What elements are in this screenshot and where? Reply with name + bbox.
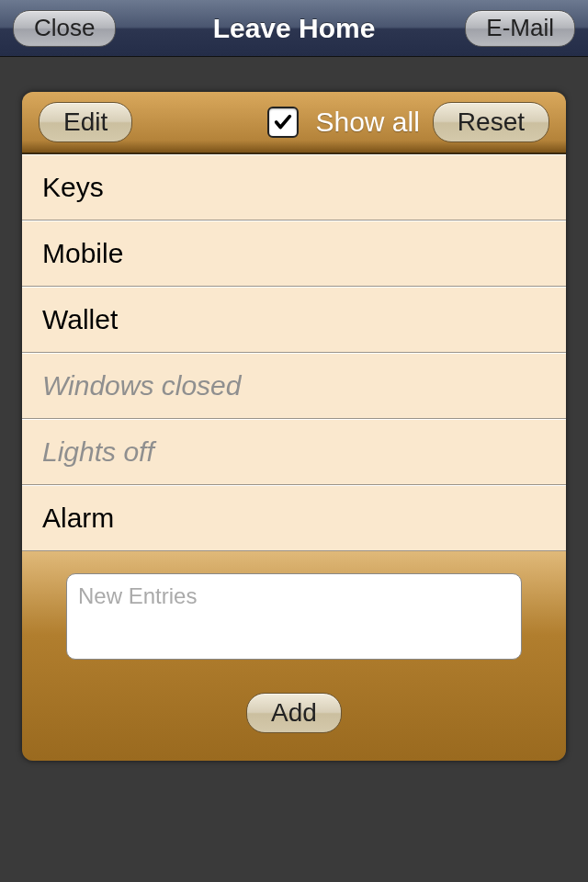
- list-item[interactable]: Windows closed: [22, 353, 566, 419]
- show-all-checkbox[interactable]: [267, 107, 299, 138]
- card: Edit Show all Reset Keys Mobile Wallet W…: [22, 92, 566, 761]
- list-item[interactable]: Mobile: [22, 220, 566, 287]
- new-entries-input[interactable]: [66, 573, 522, 660]
- close-button[interactable]: Close: [13, 10, 116, 47]
- list-item[interactable]: Lights off: [22, 419, 566, 485]
- list-item[interactable]: Keys: [22, 154, 566, 220]
- check-icon: [273, 112, 293, 132]
- content: Edit Show all Reset Keys Mobile Wallet W…: [0, 57, 588, 761]
- add-button[interactable]: Add: [246, 693, 342, 733]
- list-item[interactable]: Alarm: [22, 485, 566, 551]
- item-list: Keys Mobile Wallet Windows closed Lights…: [22, 154, 566, 551]
- email-button[interactable]: E-Mail: [465, 10, 575, 47]
- nav-bar: Close Leave Home E-Mail: [0, 0, 588, 57]
- card-toolbar: Edit Show all Reset: [22, 92, 566, 154]
- reset-button[interactable]: Reset: [433, 102, 549, 142]
- edit-button[interactable]: Edit: [39, 102, 132, 142]
- add-row: Add: [66, 693, 522, 733]
- bottom-section: Add: [22, 551, 566, 761]
- list-item[interactable]: Wallet: [22, 287, 566, 353]
- show-all-label: Show all: [315, 107, 419, 138]
